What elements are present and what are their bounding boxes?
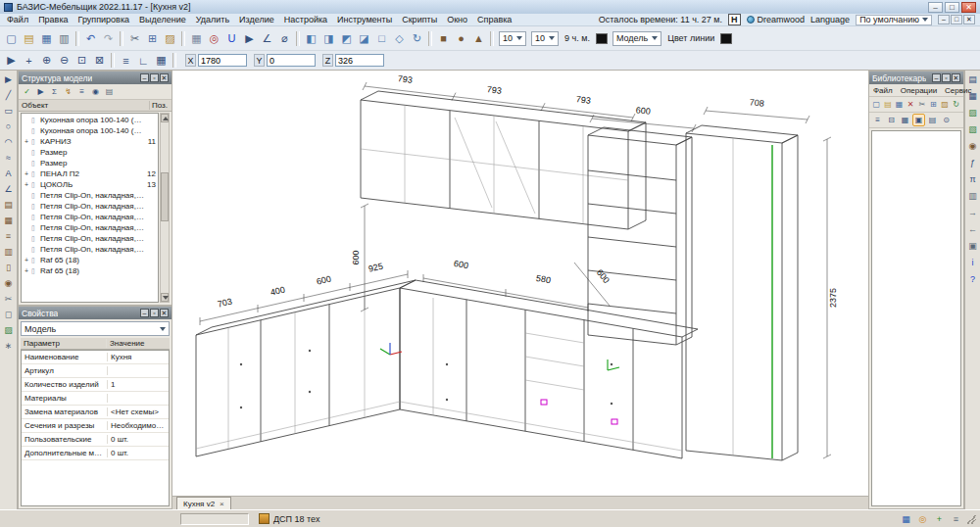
tab-close-icon[interactable]: ×: [220, 500, 224, 508]
mode-select[interactable]: Модель: [612, 31, 662, 46]
expand-toggle-icon[interactable]: +: [22, 267, 31, 274]
tree-item[interactable]: +▯Raf 65 (18): [22, 255, 158, 265]
scheme-select[interactable]: По умолчанию: [856, 15, 932, 25]
scroll-up-icon[interactable]: [161, 114, 169, 122]
line-color-swatch[interactable]: [720, 33, 732, 44]
maximize-button[interactable]: □: [945, 2, 959, 13]
child-minimize-button[interactable]: –: [938, 15, 950, 24]
grid-icon[interactable]: ▦: [188, 30, 205, 47]
view-back-icon[interactable]: ◨: [320, 30, 337, 47]
cut-icon[interactable]: ✂: [126, 30, 143, 47]
menu-file[interactable]: Файл: [2, 15, 33, 24]
expand-toggle-icon[interactable]: +: [22, 138, 31, 145]
dimension-icon[interactable]: ∠: [259, 30, 275, 47]
library-icon[interactable]: ▤: [965, 72, 980, 86]
menu-grouping[interactable]: Группировка: [74, 15, 134, 24]
lib-new-icon[interactable]: ▢: [871, 98, 882, 111]
export-icon[interactable]: →: [965, 206, 980, 219]
lib-save-icon[interactable]: ▦: [894, 98, 905, 111]
list-view-icon[interactable]: ▤: [103, 85, 116, 98]
undo-icon[interactable]: ↶: [82, 30, 99, 47]
paste-icon[interactable]: ▨: [162, 30, 178, 47]
tree-item[interactable]: +▯ЦОКОЛЬ13: [22, 179, 158, 190]
properties-panel-header[interactable]: Свойства – ▫ ✕: [19, 307, 172, 319]
lib-cut-icon[interactable]: ✂: [917, 98, 928, 111]
parameters-icon[interactable]: π: [965, 172, 980, 186]
expand-toggle-icon[interactable]: +: [22, 170, 31, 177]
property-row[interactable]: Дополнительные материалы0 шт.: [22, 447, 169, 460]
library-list[interactable]: [871, 130, 961, 506]
menu-help[interactable]: Справка: [472, 15, 516, 24]
solid-box-icon[interactable]: ■: [435, 30, 452, 47]
lib-copy-icon[interactable]: ⊞: [928, 98, 939, 111]
text-tool-icon[interactable]: A: [1, 167, 16, 180]
lib-preview-icon[interactable]: ▣: [912, 114, 925, 126]
door-tool-icon[interactable]: ▯: [1, 261, 16, 274]
properties-scope-select[interactable]: Модель: [21, 321, 170, 336]
import-icon[interactable]: ←: [965, 222, 980, 236]
drawing-viewport[interactable]: 793 793 793 600 708 2375 600 703 400 600…: [172, 71, 868, 496]
property-row[interactable]: Пользовательские0 шт.: [22, 433, 169, 447]
tree-item[interactable]: ▯Петля Clip-On, накладная, Mü...: [22, 244, 158, 255]
select-mode-icon[interactable]: ▶: [3, 52, 20, 69]
tree-item[interactable]: ▯Размер: [22, 147, 158, 158]
hardware-tool-icon[interactable]: ◉: [1, 276, 16, 290]
fittings-icon[interactable]: ◉: [965, 139, 980, 153]
property-row[interactable]: Сечения и разрезыНеобходимо включ...: [22, 419, 169, 433]
quick-action-icon[interactable]: ↯: [62, 85, 74, 98]
select-arrow-icon[interactable]: ▶: [241, 30, 258, 47]
property-row[interactable]: НаименованиеКухня: [22, 351, 169, 364]
library-menu-service[interactable]: Сервис: [941, 86, 975, 95]
x-coordinate-field[interactable]: [198, 54, 247, 67]
drawer-tool-icon[interactable]: ▥: [1, 245, 16, 259]
tree-item[interactable]: ▯Петля Clip-On, накладная, Mü...: [22, 233, 158, 244]
resize-grip[interactable]: [966, 514, 976, 524]
lib-delete-icon[interactable]: ✕: [906, 98, 916, 111]
redo-icon[interactable]: ↷: [100, 30, 117, 47]
minimize-button[interactable]: –: [928, 2, 943, 13]
scroll-down-icon[interactable]: [161, 293, 169, 302]
info-icon[interactable]: i: [965, 256, 980, 269]
lib-search-icon[interactable]: ⊙: [940, 114, 953, 126]
material-tool-icon[interactable]: ▨: [1, 323, 16, 337]
panel-minimize-icon[interactable]: –: [932, 73, 941, 82]
rotate-view-icon[interactable]: ↻: [409, 30, 425, 47]
status-snap-icon[interactable]: ◎: [915, 512, 930, 526]
circle-tool-icon[interactable]: ○: [1, 120, 16, 133]
view-top-icon[interactable]: □: [373, 30, 390, 47]
pan-icon[interactable]: +: [21, 52, 37, 69]
property-row[interactable]: Материалы: [22, 392, 169, 406]
lib-refresh-icon[interactable]: ↻: [951, 98, 961, 111]
tree-item[interactable]: ▯Размер: [22, 158, 158, 168]
menu-edit[interactable]: Правка: [33, 15, 73, 24]
cursor-tool-icon[interactable]: ▶: [1, 72, 16, 86]
menu-selection[interactable]: Выделение: [134, 15, 191, 24]
print-icon[interactable]: ▥: [56, 30, 73, 47]
materials-icon[interactable]: ▨: [965, 106, 980, 120]
tree-item[interactable]: ▯Кухонная опора 100-140 (Арт...: [22, 115, 158, 125]
view-right-icon[interactable]: ◪: [356, 30, 372, 47]
pick-object-icon[interactable]: ▶: [34, 85, 47, 98]
cabinet-tool-icon[interactable]: ▦: [1, 214, 16, 227]
help-icon[interactable]: ?: [965, 272, 980, 286]
panel-close-icon[interactable]: ✕: [952, 73, 960, 82]
current-color-swatch[interactable]: [596, 33, 608, 44]
property-row[interactable]: Количество изделий1: [22, 378, 169, 392]
lib-view-tree-icon[interactable]: ⊟: [885, 114, 898, 126]
apply-check-icon[interactable]: ✓: [21, 85, 33, 98]
tree-item[interactable]: ▯Петля Clip-On, накладная, Mü...: [22, 190, 158, 201]
structure-layers-icon[interactable]: ≡: [75, 85, 88, 98]
panel-pin-icon[interactable]: ▫: [150, 309, 159, 317]
panel-tool-icon[interactable]: ▤: [1, 198, 16, 212]
library-panel-header[interactable]: Библиотекарь – ▫ ✕: [869, 72, 963, 84]
snap-grid-icon[interactable]: ▦: [153, 52, 170, 69]
lib-view-icons-icon[interactable]: ▦: [899, 114, 911, 126]
line-tool-icon[interactable]: ╱: [1, 88, 16, 102]
view-front-icon[interactable]: ◧: [303, 30, 319, 47]
shelf-tool-icon[interactable]: ≡: [1, 229, 16, 243]
library-menu-file[interactable]: Файл: [869, 86, 897, 95]
tree-scrollbar[interactable]: [160, 113, 170, 303]
library-menu-operations[interactable]: Операции: [897, 86, 941, 95]
text-underline-icon[interactable]: U: [223, 30, 240, 47]
open-folder-icon[interactable]: ▤: [21, 30, 37, 47]
